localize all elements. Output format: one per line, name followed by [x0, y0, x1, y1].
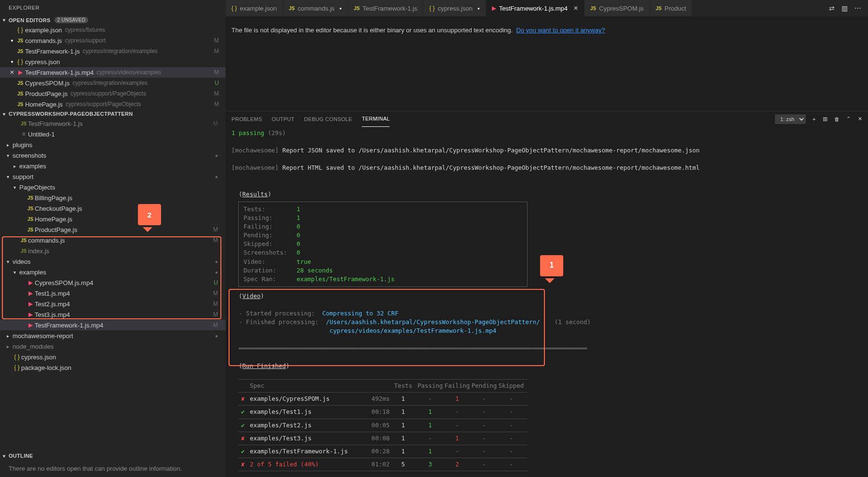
split-terminal-icon[interactable]: ▥: [823, 116, 827, 122]
item-name: BillingPage.js: [35, 194, 72, 202]
chevron-down-icon: ▾: [7, 153, 13, 158]
file-tree: 2 JSTestFramework-1.jsM≡Untitled-1▸plugi…: [0, 118, 226, 451]
file-icon: JS: [19, 120, 28, 127]
close-icon[interactable]: ✕: [573, 5, 578, 12]
file-icon: ≡: [19, 131, 28, 137]
editor-tab[interactable]: { }example.json: [226, 0, 283, 16]
editor-tab[interactable]: JSCypresSPOM.js: [584, 0, 650, 16]
tree-item[interactable]: ▸node_modules: [0, 341, 226, 352]
close-panel-icon[interactable]: ✕: [858, 116, 862, 122]
file-icon: JS: [26, 194, 35, 201]
panel-tab[interactable]: DEBUG CONSOLE: [304, 111, 353, 127]
tree-item[interactable]: JSindex.js: [0, 245, 226, 256]
file-icon: JS: [354, 5, 360, 12]
tree-item[interactable]: ▶Test3.js.mp4M: [0, 309, 226, 320]
open-editors-header[interactable]: ▾ OPEN EDITORS 2 UNSAVED: [0, 15, 226, 25]
close-icon[interactable]: ✕: [9, 69, 15, 76]
item-name: package-lock.json: [21, 364, 71, 371]
tree-item[interactable]: JSBillingPage.js: [0, 192, 226, 203]
chevron-up-icon[interactable]: ⌃: [846, 116, 851, 122]
split-icon[interactable]: ▥: [841, 4, 848, 12]
file-icon: { }: [13, 354, 21, 360]
open-editor-item[interactable]: ✕▶TestFramework-1.js.mp4cypress/videos/e…: [0, 67, 226, 78]
file-path: cypress/integration/examples: [82, 48, 157, 55]
open-editors-label: OPEN EDITORS: [9, 17, 51, 23]
tab-label: Product: [665, 5, 686, 12]
terminal-select[interactable]: 1: zsh: [775, 114, 806, 124]
tree-item[interactable]: JScommands.jsM: [0, 235, 226, 245]
editor-tab[interactable]: JScommands.js●: [283, 0, 348, 16]
tree-item[interactable]: ▶Test2.js.mp4M: [0, 299, 226, 309]
compare-icon[interactable]: ⇄: [829, 4, 835, 12]
tree-item[interactable]: { }cypress.json: [0, 352, 226, 362]
panel-tab[interactable]: OUTPUT: [272, 111, 295, 127]
spec-row: ✘examples/Test3.js00:081-1--: [238, 432, 528, 445]
tree-item[interactable]: ▶CypresSPOM.js.mp4U: [0, 277, 226, 288]
item-name: support: [13, 173, 33, 180]
open-editor-item[interactable]: ●JScommands.jscypress/supportM: [0, 35, 226, 46]
item-name: Test3.js.mp4: [35, 311, 70, 318]
tree-item[interactable]: ▾examples●: [0, 267, 226, 277]
tabbar-actions: ⇄ ▥ ⋯: [829, 4, 868, 12]
tree-item[interactable]: ▾videos●: [0, 256, 226, 267]
tree-item[interactable]: ▶Test1.js.mp4M: [0, 288, 226, 299]
file-icon: { }: [15, 58, 25, 65]
chevron-right-icon: ▸: [7, 142, 13, 148]
file-icon: JS: [26, 205, 35, 212]
tree-item[interactable]: ≡Untitled-1: [0, 129, 226, 139]
tree-item[interactable]: JSHomePage.js: [0, 214, 226, 224]
new-terminal-icon[interactable]: +: [813, 116, 816, 122]
status-badge: ●: [215, 259, 222, 264]
bottom-panel: PROBLEMSOUTPUTDEBUG CONSOLETERMINAL 1: z…: [226, 111, 868, 477]
file-icon: ▶: [26, 300, 35, 307]
chevron-right-icon: ▸: [7, 333, 13, 339]
chevron-down-icon: ▾: [7, 259, 13, 264]
editor-tab[interactable]: JSTestFramework-1.js: [348, 0, 424, 16]
unsaved-badge: 2 UNSAVED: [54, 17, 89, 23]
outline-header[interactable]: ▾ OUTLINE: [0, 451, 226, 460]
file-icon: ▶: [492, 5, 496, 12]
tree-item[interactable]: JSCheckoutPage.js: [0, 203, 226, 214]
open-anyway-link[interactable]: Do you want to open it anyway?: [516, 27, 605, 34]
tree-item[interactable]: JSProductPage.jsM: [0, 224, 226, 235]
file-name: TestFramework-1.js: [25, 48, 80, 55]
panel-tab[interactable]: TERMINAL: [362, 111, 390, 127]
tree-item[interactable]: ▸examples: [0, 161, 226, 171]
status-badge: M: [213, 311, 222, 318]
workspace-header[interactable]: ▾ CYPRESSWORKSHOP-PAGEOBJECTPATTERN: [0, 109, 226, 118]
panel-tab[interactable]: PROBLEMS: [231, 111, 262, 127]
open-editor-item[interactable]: ●{ }cypress.json: [0, 56, 226, 67]
tree-item[interactable]: ▾PageObjects: [0, 182, 226, 192]
item-name: videos: [13, 258, 31, 265]
status-badge: M: [213, 237, 222, 244]
editor-tab[interactable]: JSProduct: [650, 0, 692, 16]
tree-item[interactable]: { }package-lock.json: [0, 362, 226, 373]
open-editor-item[interactable]: { }example.jsoncypress/fixtures: [0, 25, 226, 35]
file-icon: ▶: [26, 279, 35, 286]
editor-tab[interactable]: { }cypress.json●: [423, 0, 486, 16]
open-editor-item[interactable]: JSTestFramework-1.jscypress/integration/…: [0, 46, 226, 56]
tree-item[interactable]: ▸plugins: [0, 139, 226, 150]
editor-tab[interactable]: ▶TestFramework-1.js.mp4✕: [486, 0, 584, 16]
status-badge: M: [214, 69, 223, 76]
status-badge: ●: [215, 333, 222, 339]
file-path: cypress/integration/examples: [72, 80, 147, 86]
open-editor-item[interactable]: JSCypresSPOM.jscypress/integration/examp…: [0, 78, 226, 88]
file-icon: ▶: [26, 322, 35, 328]
item-name: examples: [19, 269, 46, 276]
terminal-output[interactable]: 1 passing (29s) [mochawesome] Report JSO…: [226, 127, 868, 477]
open-editor-item[interactable]: JSProductPage.jscypress/support/PageObje…: [0, 88, 226, 99]
status-badge: ●: [215, 270, 222, 275]
report-json-line: [mochawesome] Report JSON saved to /User…: [231, 146, 862, 155]
tree-item[interactable]: ▾screenshots●: [0, 150, 226, 161]
item-name: node_modules: [13, 343, 54, 350]
tree-item[interactable]: JSTestFramework-1.jsM: [0, 118, 226, 129]
tree-item[interactable]: ▸mochawesome-report●: [0, 330, 226, 341]
more-icon[interactable]: ⋯: [854, 4, 861, 12]
tree-item[interactable]: ▾support●: [0, 171, 226, 182]
tree-item[interactable]: ▶TestFramework-1.js.mp4M: [0, 320, 226, 330]
trash-icon[interactable]: 🗑: [834, 116, 840, 122]
outline-title: OUTLINE: [9, 453, 33, 459]
status-badge: M: [214, 90, 223, 97]
open-editor-item[interactable]: JSHomePage.jscypress/support/PageObjects…: [0, 99, 226, 109]
